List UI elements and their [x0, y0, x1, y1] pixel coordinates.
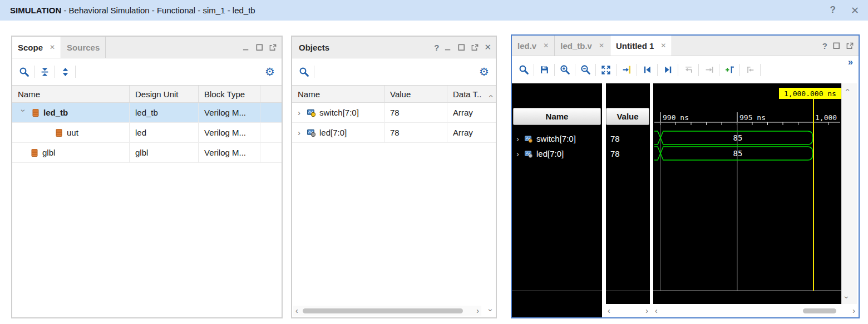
float-icon[interactable] — [846, 42, 854, 50]
table-row[interactable]: glbl glbl Verilog M... — [12, 143, 282, 163]
tab-sources[interactable]: Sources — [61, 37, 106, 58]
settings-gear-icon[interactable]: ⚙ — [479, 66, 489, 77]
wave-plot-area[interactable]: 85 85 1,000.000 ns 990 ns 995 ns 1,000 n — [653, 83, 841, 304]
scroll-right-arrow[interactable]: › — [645, 307, 648, 315]
column-header-name[interactable]: Name — [292, 86, 384, 102]
wave-signal-row[interactable]: › led[7:0] — [512, 146, 602, 161]
object-value: 78 — [390, 108, 400, 117]
chevron-right-icon[interactable]: › — [516, 134, 523, 143]
save-icon[interactable] — [537, 63, 551, 77]
chevron-right-icon[interactable]: › — [516, 149, 523, 158]
object-value: 78 — [390, 128, 400, 137]
simulation-header-bar: SIMULATION - Behavioral Simulation - Fun… — [0, 0, 868, 21]
design-unit: glbl — [135, 148, 148, 157]
maximize-icon[interactable] — [457, 43, 466, 52]
close-tab-icon[interactable]: ✕ — [543, 42, 549, 49]
chevron-down-icon[interactable]: › — [19, 109, 28, 116]
help-icon[interactable]: ? — [434, 43, 439, 52]
tab-scope-label: Scope — [18, 43, 43, 52]
float-icon[interactable] — [471, 43, 479, 52]
scroll-down-arrow[interactable]: › — [843, 296, 851, 299]
ruler-tick-label: 1,000 n — [815, 113, 841, 122]
vivado-simulation-view: SIMULATION - Behavioral Simulation - Fun… — [0, 0, 868, 324]
scroll-down-arrow[interactable]: › — [487, 309, 495, 312]
chevron-right-icon[interactable]: › — [298, 128, 304, 137]
zoom-in-icon[interactable] — [558, 63, 572, 77]
close-tab-icon[interactable]: ✕ — [50, 43, 55, 51]
block-type: Verilog M... — [204, 128, 246, 137]
tab-scope[interactable]: Scope ✕ — [12, 37, 61, 58]
search-icon[interactable] — [516, 63, 531, 77]
column-header-data-type[interactable]: Data T.. — [447, 86, 484, 102]
help-icon[interactable]: ? — [822, 41, 827, 51]
scroll-right-arrow[interactable]: › — [476, 307, 479, 315]
wave-signal-name: led[7:0] — [536, 149, 564, 158]
value-horizontal-scrollbar[interactable]: ‹ › — [606, 306, 650, 315]
scope-name: led_tb — [43, 108, 68, 117]
search-icon[interactable] — [17, 64, 31, 79]
wave-value-header[interactable]: Value — [606, 108, 649, 125]
column-header-block-type[interactable]: Block Type — [199, 86, 260, 102]
close-tab-icon[interactable]: ✕ — [599, 42, 604, 49]
float-icon[interactable] — [269, 43, 277, 52]
scrollbar-thumb[interactable] — [303, 308, 463, 313]
scroll-left-arrow[interactable]: ‹ — [295, 307, 298, 315]
previous-marker-icon-disabled[interactable] — [743, 63, 757, 77]
ruler-tick-label: 995 ns — [739, 113, 766, 122]
tab-sources-label: Sources — [67, 43, 100, 52]
objects-title: Objects — [299, 43, 329, 52]
search-icon[interactable] — [297, 64, 311, 79]
table-row[interactable]: uut led Verilog M... — [12, 123, 282, 143]
block-type: Verilog M... — [204, 108, 246, 117]
scrollbar-thumb[interactable] — [803, 308, 836, 313]
minimize-icon[interactable] — [444, 43, 452, 52]
zoom-fit-icon[interactable] — [599, 63, 613, 77]
close-icon[interactable]: ✕ — [851, 4, 859, 17]
table-row[interactable]: › led_tb led_tb Verilog M... — [12, 103, 282, 123]
scroll-up-arrow[interactable]: › — [843, 89, 851, 92]
close-tab-icon[interactable]: ✕ — [660, 42, 666, 49]
next-transition-icon[interactable] — [660, 63, 675, 77]
table-row[interactable]: › led[7:0] 78 Array — [292, 123, 496, 143]
swap-next-icon-disabled[interactable] — [702, 63, 716, 77]
maximize-icon[interactable] — [255, 43, 264, 52]
minimize-icon[interactable] — [242, 43, 250, 52]
scroll-up-arrow[interactable]: › — [487, 95, 495, 98]
add-marker-icon[interactable] — [722, 63, 737, 77]
wave-signal-row[interactable]: › switch[7:0] — [512, 131, 602, 146]
column-header-design-unit[interactable]: Design Unit — [130, 86, 199, 102]
expand-all-icon[interactable] — [58, 64, 72, 79]
swap-previous-icon-disabled[interactable] — [681, 63, 696, 77]
chevron-right-icon[interactable]: › — [298, 108, 304, 117]
tab-led-tb-v[interactable]: led_tb.v ✕ — [555, 36, 610, 56]
maximize-icon[interactable] — [832, 42, 841, 50]
close-icon[interactable]: ✕ — [484, 42, 491, 52]
scroll-left-arrow[interactable]: ‹ — [608, 307, 610, 315]
tab-untitled-1[interactable]: Untitled 1 ✕ — [610, 36, 672, 56]
zoom-out-icon[interactable] — [578, 63, 593, 77]
previous-transition-icon[interactable] — [640, 63, 654, 77]
zoom-to-cursor-icon[interactable] — [619, 63, 634, 77]
wave-vertical-scrollbar[interactable]: › › — [841, 83, 857, 304]
scroll-right-arrow[interactable]: › — [852, 307, 855, 315]
wave-value-column: Value 78 78 — [606, 83, 650, 304]
horizontal-scrollbar[interactable]: ‹ › — [293, 306, 481, 316]
help-icon[interactable]: ? — [830, 4, 836, 16]
wave-name-column: Name › switch[7:0] › led[7:0] — [512, 83, 602, 317]
column-header-name[interactable]: Name — [12, 86, 130, 102]
wave-horizontal-scrollbar[interactable]: ‹ › — [653, 306, 857, 315]
scope-window-controls — [242, 37, 277, 58]
cursor-time-badge[interactable]: 1,000.000 ns — [779, 88, 841, 99]
simulation-title-mode: SIMULATION — [10, 6, 61, 15]
collapse-all-icon[interactable] — [37, 64, 52, 79]
column-header-value[interactable]: Value — [384, 86, 447, 102]
object-name: led[7:0] — [319, 128, 347, 137]
scope-table-header: Name Design Unit Block Type — [12, 86, 282, 103]
scroll-left-arrow[interactable]: ‹ — [655, 307, 658, 315]
wave-name-header[interactable]: Name — [513, 108, 601, 125]
toolbar-overflow-icon[interactable]: » — [848, 57, 853, 67]
waveform-panel: led.v ✕ led_tb.v ✕ Untitled 1 ✕ ? — [511, 34, 860, 318]
table-row[interactable]: › switch[7:0] 78 Array — [292, 103, 496, 123]
tab-led-v[interactable]: led.v ✕ — [512, 36, 555, 56]
settings-gear-icon[interactable]: ⚙ — [265, 66, 275, 77]
